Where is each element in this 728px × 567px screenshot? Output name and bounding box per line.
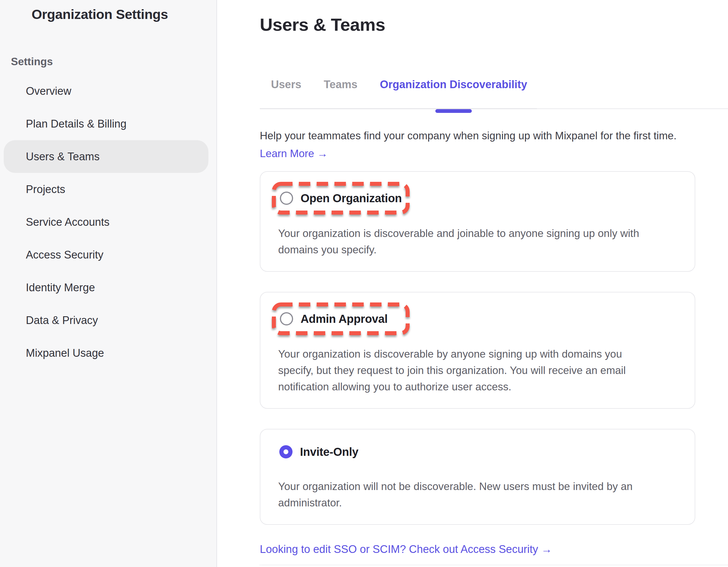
tab-organization-discoverability[interactable]: Organization Discoverability (380, 78, 527, 91)
option-header: Open Organization (272, 181, 410, 215)
bottom-divider (260, 565, 728, 565)
option-card-open-organization: Open Organization Your organization is d… (260, 171, 695, 272)
main-content: Users & Teams Users Teams Organization D… (218, 0, 728, 567)
tab-label: Organization Discoverability (380, 78, 527, 90)
access-security-link[interactable]: Looking to edit SSO or SCIM? Check out A… (260, 543, 552, 556)
intro-text: Help your teammates find your company wh… (260, 130, 728, 142)
option-description: Your organization is discoverable and jo… (278, 225, 683, 258)
option-description: Your organization will not be discoverab… (278, 478, 683, 511)
option-description: Your organization is discoverable by any… (278, 346, 683, 395)
sidebar-item-overview[interactable]: Overview (0, 75, 216, 107)
tab-strip: Users Teams Organization Discoverability (260, 78, 728, 109)
tab-teams[interactable]: Teams (324, 78, 358, 91)
page-title: Users & Teams (260, 14, 728, 35)
learn-more-link[interactable]: Learn More → (260, 148, 328, 160)
option-label-open-organization[interactable]: Open Organization (301, 192, 402, 205)
radio-admin-approval[interactable] (280, 312, 293, 326)
sidebar-nav: Overview Plan Details & Billing Users & … (0, 75, 216, 369)
tab-list: Users Teams Organization Discoverability (271, 78, 527, 91)
sidebar-item-projects[interactable]: Projects (0, 173, 216, 206)
sidebar-title: Organization Settings (32, 6, 216, 22)
option-label-invite-only[interactable]: Invite-Only (300, 446, 358, 458)
sidebar-item-mixpanel-usage[interactable]: Mixpanel Usage (0, 337, 216, 369)
active-tab-indicator (435, 109, 472, 113)
tab-users[interactable]: Users (271, 78, 301, 91)
option-label-admin-approval[interactable]: Admin Approval (301, 313, 388, 326)
tabs-divider-dark (260, 108, 537, 109)
sidebar-item-users-teams[interactable]: Users & Teams (4, 140, 208, 173)
option-card-invite-only: Invite-Only Your organization will not b… (260, 429, 695, 525)
sidebar-item-access-security[interactable]: Access Security (0, 238, 216, 271)
sidebar-item-plan-details-billing[interactable]: Plan Details & Billing (0, 107, 216, 140)
sidebar-item-identity-merge[interactable]: Identity Merge (0, 271, 216, 304)
sidebar-item-service-accounts[interactable]: Service Accounts (0, 206, 216, 238)
sidebar: Organization Settings Settings Overview … (0, 0, 217, 567)
option-card-admin-approval: Admin Approval Your organization is disc… (260, 292, 695, 409)
sidebar-item-data-privacy[interactable]: Data & Privacy (0, 304, 216, 337)
option-header: Invite-Only (278, 444, 683, 460)
discoverability-options: Open Organization Your organization is d… (260, 171, 695, 525)
radio-invite-only[interactable] (279, 445, 293, 458)
option-header: Admin Approval (272, 302, 410, 336)
sidebar-section-label: Settings (11, 56, 216, 68)
radio-open-organization[interactable] (280, 191, 293, 205)
